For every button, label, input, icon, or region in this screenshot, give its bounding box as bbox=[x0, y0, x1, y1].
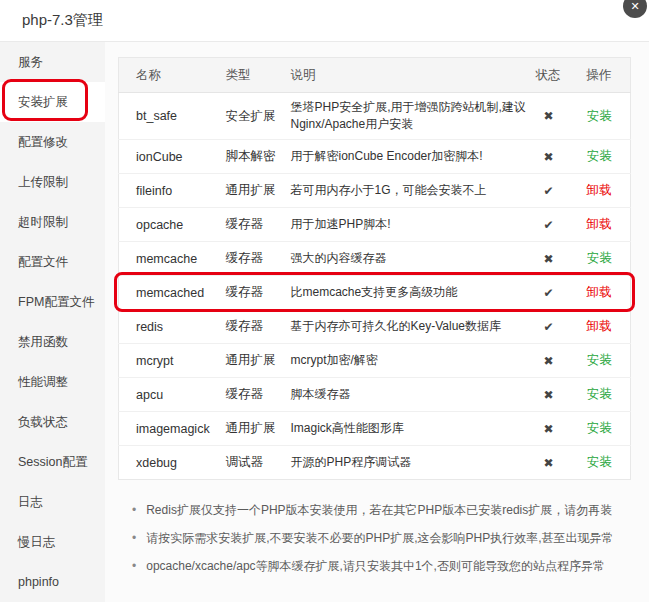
main-content: 名称 类型 说明 状态 操作 bt_safe安全扩展堡塔PHP安全扩展,用于增强… bbox=[105, 42, 649, 602]
uninstall-link-opcache[interactable]: 卸载 bbox=[587, 217, 612, 231]
extension-name: bt_safe bbox=[119, 93, 213, 140]
table-header-row: 名称 类型 说明 状态 操作 bbox=[119, 58, 631, 93]
not-installed-x-icon: ✖ bbox=[543, 354, 553, 368]
not-installed-x-icon: ✖ bbox=[543, 109, 553, 123]
sidebar-item-session-config[interactable]: Session配置 bbox=[0, 442, 105, 482]
extension-description: 基于内存亦可持久化的Key-Value数据库 bbox=[281, 310, 529, 344]
extension-description: mcrypt加密/解密 bbox=[281, 344, 529, 378]
extension-action-cell: 安装 bbox=[569, 446, 631, 480]
extension-name: xdebug bbox=[119, 446, 213, 480]
extension-description: 若可用内存小于1G，可能会安装不上 bbox=[281, 174, 529, 208]
sidebar-item-disabled-functions[interactable]: 禁用函数 bbox=[0, 322, 105, 362]
sidebar-item-install-extensions[interactable]: 安装扩展 bbox=[0, 82, 105, 122]
extension-description: Imagick高性能图形库 bbox=[281, 412, 529, 446]
extension-description: 脚本缓存器 bbox=[281, 378, 529, 412]
sidebar-item-phpinfo[interactable]: phpinfo bbox=[0, 562, 105, 602]
extension-name: fileinfo bbox=[119, 174, 213, 208]
install-link-ionCube[interactable]: 安装 bbox=[587, 149, 612, 163]
extension-description: 用于加速PHP脚本! bbox=[281, 208, 529, 242]
extension-name: mcrypt bbox=[119, 344, 213, 378]
extension-description: 开源的PHP程序调试器 bbox=[281, 446, 529, 480]
extension-name: apcu bbox=[119, 378, 213, 412]
installed-check-icon: ✔ bbox=[543, 320, 553, 334]
install-link-imagemagick[interactable]: 安装 bbox=[587, 421, 612, 435]
extension-action-cell: 卸载 bbox=[569, 310, 631, 344]
sidebar-item-log[interactable]: 日志 bbox=[0, 482, 105, 522]
extension-status: ✖ bbox=[529, 344, 569, 378]
note-item: •请按实际需求安装扩展,不要安装不必要的PHP扩展,这会影响PHP执行效率,甚至… bbox=[132, 524, 614, 552]
extension-name: ionCube bbox=[119, 140, 213, 174]
close-icon: ✕ bbox=[630, 0, 639, 13]
extension-type: 缓存器 bbox=[213, 242, 281, 276]
extension-type: 安全扩展 bbox=[213, 93, 281, 140]
extension-action-cell: 安装 bbox=[569, 242, 631, 276]
install-link-mcrypt[interactable]: 安装 bbox=[587, 353, 612, 367]
extension-type: 缓存器 bbox=[213, 276, 281, 310]
header-name: 名称 bbox=[119, 58, 213, 93]
uninstall-link-memcached[interactable]: 卸载 bbox=[587, 285, 612, 299]
extension-type: 缓存器 bbox=[213, 310, 281, 344]
sidebar-item-service[interactable]: 服务 bbox=[0, 42, 105, 82]
header-action: 操作 bbox=[569, 58, 631, 93]
table-row-ionCube: ionCube脚本解密用于解密ionCube Encoder加密脚本!✖安装 bbox=[119, 140, 631, 174]
note-item: •Redis扩展仅支持一个PHP版本安装使用，若在其它PHP版本已安装redis… bbox=[132, 496, 614, 524]
dialog-titlebar: php-7.3管理 bbox=[0, 0, 649, 42]
php-manager-dialog: php-7.3管理 ✕ 服务安装扩展配置修改上传限制超时限制配置文件FPM配置文… bbox=[0, 0, 649, 602]
sidebar-item-slow-log[interactable]: 慢日志 bbox=[0, 522, 105, 562]
extension-type: 通用扩展 bbox=[213, 412, 281, 446]
extension-type: 缓存器 bbox=[213, 208, 281, 242]
table-row-fileinfo: fileinfo通用扩展若可用内存小于1G，可能会安装不上✔卸载 bbox=[119, 174, 631, 208]
table-row-mcrypt: mcrypt通用扩展mcrypt加密/解密✖安装 bbox=[119, 344, 631, 378]
dialog-body: 服务安装扩展配置修改上传限制超时限制配置文件FPM配置文件禁用函数性能调整负载状… bbox=[0, 42, 649, 602]
install-link-xdebug[interactable]: 安装 bbox=[587, 455, 612, 469]
page-title: php-7.3管理 bbox=[22, 11, 103, 30]
install-link-apcu[interactable]: 安装 bbox=[587, 387, 612, 401]
table-row-memcached: memcached缓存器比memcache支持更多高级功能✔卸载 bbox=[119, 276, 631, 310]
header-desc: 说明 bbox=[281, 58, 529, 93]
installed-check-icon: ✔ bbox=[543, 184, 553, 198]
sidebar-item-config-edit[interactable]: 配置修改 bbox=[0, 122, 105, 162]
table-row-imagemagick: imagemagick通用扩展Imagick高性能图形库✖安装 bbox=[119, 412, 631, 446]
sidebar-item-upload-limit[interactable]: 上传限制 bbox=[0, 162, 105, 202]
uninstall-link-redis[interactable]: 卸载 bbox=[587, 319, 612, 333]
extension-status: ✖ bbox=[529, 446, 569, 480]
bullet-icon: • bbox=[132, 496, 136, 524]
table-row-xdebug: xdebug调试器开源的PHP程序调试器✖安装 bbox=[119, 446, 631, 480]
sidebar-item-fpm-config-file[interactable]: FPM配置文件 bbox=[0, 282, 105, 322]
extension-action-cell: 安装 bbox=[569, 93, 631, 140]
extension-status: ✖ bbox=[529, 140, 569, 174]
note-text: 请按实际需求安装扩展,不要安装不必要的PHP扩展,这会影响PHP执行效率,甚至出… bbox=[146, 524, 613, 552]
install-link-memcache[interactable]: 安装 bbox=[587, 251, 612, 265]
table-row-opcache: opcache缓存器用于加速PHP脚本!✔卸载 bbox=[119, 208, 631, 242]
note-text: Redis扩展仅支持一个PHP版本安装使用，若在其它PHP版本已安装redis扩… bbox=[146, 496, 612, 524]
extension-name: redis bbox=[119, 310, 213, 344]
sidebar-item-config-file[interactable]: 配置文件 bbox=[0, 242, 105, 282]
extension-status: ✔ bbox=[529, 208, 569, 242]
install-link-bt_safe[interactable]: 安装 bbox=[587, 109, 612, 123]
extension-status: ✖ bbox=[529, 412, 569, 446]
sidebar-item-load-status[interactable]: 负载状态 bbox=[0, 402, 105, 442]
extension-name: memcache bbox=[119, 242, 213, 276]
extension-name: memcached bbox=[119, 276, 213, 310]
extension-type: 缓存器 bbox=[213, 378, 281, 412]
extension-action-cell: 安装 bbox=[569, 140, 631, 174]
extension-type: 通用扩展 bbox=[213, 174, 281, 208]
extensions-table-body: bt_safe安全扩展堡塔PHP安全扩展,用于增强防跨站机制,建议Nginx/A… bbox=[119, 93, 631, 480]
extension-description: 用于解密ionCube Encoder加密脚本! bbox=[281, 140, 529, 174]
table-row-apcu: apcu缓存器脚本缓存器✖安装 bbox=[119, 378, 631, 412]
bullet-icon: • bbox=[132, 552, 136, 580]
not-installed-x-icon: ✖ bbox=[543, 150, 553, 164]
installed-check-icon: ✔ bbox=[543, 218, 553, 232]
table-row-memcache: memcache缓存器强大的内容缓存器✖安装 bbox=[119, 242, 631, 276]
extension-action-cell: 安装 bbox=[569, 344, 631, 378]
extension-type: 调试器 bbox=[213, 446, 281, 480]
bullet-icon: • bbox=[132, 524, 136, 552]
sidebar-item-performance-tuning[interactable]: 性能调整 bbox=[0, 362, 105, 402]
extension-status: ✔ bbox=[529, 276, 569, 310]
header-type: 类型 bbox=[213, 58, 281, 93]
extension-action-cell: 卸载 bbox=[569, 276, 631, 310]
uninstall-link-fileinfo[interactable]: 卸载 bbox=[587, 183, 612, 197]
extensions-table: 名称 类型 说明 状态 操作 bt_safe安全扩展堡塔PHP安全扩展,用于增强… bbox=[118, 57, 631, 480]
table-row-redis: redis缓存器基于内存亦可持久化的Key-Value数据库✔卸载 bbox=[119, 310, 631, 344]
sidebar-item-timeout-limit[interactable]: 超时限制 bbox=[0, 202, 105, 242]
